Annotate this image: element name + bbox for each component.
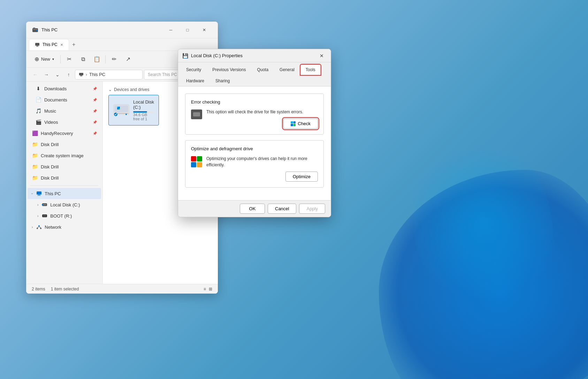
dialog-close-button[interactable]: ✕ (317, 52, 327, 60)
tab-tools[interactable]: Tools (300, 65, 321, 75)
svg-rect-14 (42, 204, 43, 205)
harddisk-icon (42, 203, 47, 207)
pin-icon: 📌 (93, 109, 97, 113)
new-plus-icon: ⊕ (35, 56, 39, 62)
sidebar-item-localdisk[interactable]: › Local Disk (C:) (28, 199, 101, 210)
list-view-button[interactable]: ≡ (204, 287, 206, 291)
explorer-window-icon (32, 26, 39, 33)
svg-rect-26 (119, 107, 120, 108)
svg-rect-25 (117, 107, 119, 108)
tab-general[interactable]: General (274, 65, 300, 75)
sidebar-item-videos[interactable]: 🎬 Videos 📌 (28, 116, 101, 128)
tab-security[interactable]: Security (181, 65, 206, 75)
pin-icon: 📌 (93, 131, 97, 135)
pin-icon: 📌 (93, 87, 97, 91)
tab-sharing[interactable]: Sharing (210, 76, 235, 86)
grid-view-button[interactable]: ⊞ (209, 287, 212, 291)
expand-button[interactable]: ⌄ (53, 70, 62, 79)
videos-icon: 🎬 (35, 119, 41, 125)
sidebar-label-handyrecovery: HandyRecovery (41, 131, 73, 136)
cut-button[interactable]: ✂ (63, 53, 75, 66)
sidebar-item-diskdrill3[interactable]: 📁 Disk Drill (28, 172, 101, 183)
address-bar[interactable]: › This PC (75, 70, 143, 79)
sidebar-item-boot[interactable]: › BOOT (R:) (28, 210, 101, 221)
items-count: 2 items (32, 287, 45, 291)
dialog-titlebar: 💾 Local Disk (C:) Properties ✕ (178, 49, 331, 62)
properties-dialog: 💾 Local Disk (C:) Properties ✕ Security … (178, 49, 331, 217)
optimize-description: Optimizing your computer's drives can he… (206, 156, 318, 168)
minimize-button[interactable]: ─ (163, 24, 179, 36)
explorer-title: This PC (41, 27, 160, 32)
maximize-button[interactable]: □ (180, 24, 196, 36)
svg-rect-16 (43, 215, 46, 217)
sidebar-item-createsystemimage[interactable]: 📁 Create system image (28, 150, 101, 161)
new-tab-button[interactable]: + (69, 40, 79, 50)
check-button-label: Check (298, 121, 311, 126)
tab-quota[interactable]: Quota (252, 65, 274, 75)
ok-button[interactable]: OK (240, 204, 265, 214)
up-button[interactable]: ↑ (64, 70, 74, 79)
selected-count: 1 item selected (51, 287, 79, 291)
folder-yellow2-icon: 📁 (32, 153, 38, 158)
sidebar-item-documents[interactable]: 📄 Documents 📌 (28, 94, 101, 105)
cancel-label: Cancel (275, 206, 289, 211)
error-checking-content: This option will check the drive for fil… (206, 109, 318, 129)
apply-button[interactable]: Apply (299, 204, 325, 214)
svg-rect-5 (37, 46, 38, 46)
share-button[interactable]: ↗ (122, 53, 134, 66)
dialog-footer: OK Cancel Apply (178, 200, 331, 217)
forward-button[interactable]: → (41, 70, 51, 79)
expand-disk-icon: › (37, 203, 38, 207)
sidebar-item-thispc[interactable]: › This PC (28, 188, 101, 199)
svg-rect-11 (37, 195, 41, 196)
sidebar-label-music: Music (44, 108, 56, 114)
tab-this-pc[interactable]: This PC ✕ (29, 39, 69, 50)
section-expand-icon: ⌄ (108, 87, 112, 92)
svg-rect-1 (33, 28, 35, 29)
svg-point-30 (125, 114, 127, 115)
error-checking-section: Error checking This option will check th… (185, 93, 324, 135)
error-checking-inner: This option will check the drive for fil… (191, 109, 318, 129)
sidebar-label-localdisk: Local Disk (C:) (50, 202, 80, 207)
error-checking-description: This option will check the drive for fil… (206, 109, 318, 115)
svg-point-19 (40, 228, 41, 229)
drive-local-disk[interactable]: Local Disk (C:) 34.6 GB free of 1 (108, 95, 159, 126)
svg-line-21 (39, 227, 41, 228)
copy-button[interactable]: ⧉ (77, 53, 89, 66)
check-button[interactable]: Check (283, 119, 318, 129)
tab-previous-versions[interactable]: Previous Versions (207, 65, 251, 75)
tab-label: This PC (43, 42, 58, 47)
expand-boot-icon: › (37, 214, 38, 218)
windows-icon (291, 121, 296, 126)
sidebar-item-diskdrill1[interactable]: 📁 Disk Drill (28, 139, 101, 150)
svg-rect-9 (37, 191, 41, 195)
tab-close-icon[interactable]: ✕ (60, 43, 63, 47)
svg-point-18 (37, 228, 38, 229)
monitor-small-icon (79, 72, 84, 77)
optimize-button[interactable]: Optimize (285, 172, 318, 182)
back-button[interactable]: ← (30, 70, 40, 79)
boot-disk-icon (42, 214, 47, 218)
sidebar-item-music[interactable]: 🎵 Music 📌 (28, 105, 101, 116)
sidebar-label-diskdrill2: Disk Drill (41, 164, 59, 169)
sidebar-item-downloads[interactable]: ⬇ Downloads 📌 (28, 83, 101, 94)
titlebar-controls: ─ □ ✕ (163, 24, 212, 36)
svg-rect-7 (79, 73, 83, 75)
paste-button[interactable]: 📋 (91, 53, 103, 66)
close-button[interactable]: ✕ (196, 24, 212, 36)
sidebar-item-network[interactable]: › Network (28, 221, 101, 233)
folder-yellow3-icon: 📁 (32, 164, 38, 169)
rename-button[interactable]: ✏ (108, 53, 120, 66)
optimize-title: Optimize and defragment drive (191, 146, 318, 151)
search-placeholder: Search This PC (148, 72, 177, 77)
sidebar-label-diskdrill1: Disk Drill (41, 142, 59, 147)
cancel-button[interactable]: Cancel (268, 204, 296, 214)
tab-hardware[interactable]: Hardware (181, 76, 209, 86)
sidebar-item-handyrecovery[interactable]: 🟪 HandyRecovery 📌 (28, 128, 101, 139)
pin-icon: 📌 (93, 98, 97, 102)
svg-rect-2 (33, 29, 37, 30)
sidebar-item-diskdrill2[interactable]: 📁 Disk Drill (28, 161, 101, 172)
new-button[interactable]: ⊕ New ▾ (30, 53, 58, 66)
folder-purple-icon: 🟪 (32, 130, 38, 136)
apply-label: Apply (306, 206, 318, 211)
